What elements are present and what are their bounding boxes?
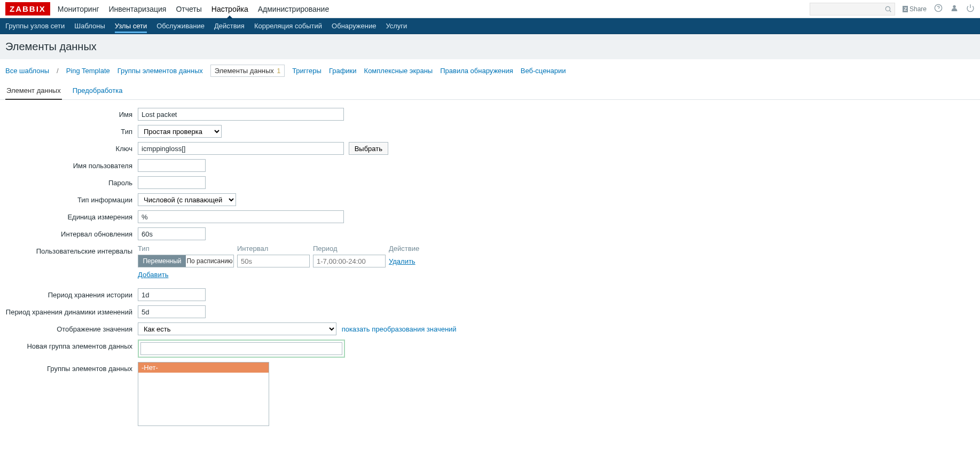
bc-screens[interactable]: Комплексные экраны <box>364 67 433 75</box>
bc-web[interactable]: Веб-сценарии <box>521 67 566 75</box>
top-nav: ZABBIX Мониторинг Инвентаризация Отчеты … <box>0 0 980 18</box>
bc-graphs[interactable]: Графики <box>329 67 357 75</box>
share-button[interactable]: Z Share <box>903 5 927 13</box>
page-title: Элементы данных <box>5 41 975 53</box>
bc-applications[interactable]: Группы элементов данных <box>117 67 203 75</box>
label-type: Тип <box>5 125 138 136</box>
nav-reports[interactable]: Отчеты <box>176 5 201 13</box>
key-input[interactable] <box>138 142 344 155</box>
bc-items-current: Элементы данных 1 <box>210 65 285 77</box>
ci-add-link[interactable]: Добавить <box>138 271 168 279</box>
ci-seg-scheduling[interactable]: По расписанию <box>186 255 233 267</box>
label-update-interval: Интервал обновления <box>5 227 138 238</box>
trends-input[interactable] <box>138 305 206 318</box>
search-icon <box>884 5 892 13</box>
nav-monitoring[interactable]: Мониторинг <box>58 5 99 13</box>
units-input[interactable] <box>138 210 344 223</box>
svg-point-0 <box>886 6 890 11</box>
label-key: Ключ <box>5 142 138 153</box>
subnav-correlation[interactable]: Корреляция событий <box>254 19 322 33</box>
tab-preprocessing[interactable]: Предобработка <box>72 82 124 99</box>
logout-icon[interactable] <box>966 4 975 14</box>
label-apps: Группы элементов данных <box>5 362 138 373</box>
search-box[interactable] <box>810 3 895 15</box>
label-custom-intervals: Пользовательские интервалы <box>5 245 138 255</box>
page-header: Элементы данных <box>0 34 980 59</box>
label-new-app: Новая группа элементов данных <box>5 340 138 350</box>
svg-point-4 <box>953 5 955 8</box>
ci-head-action: Действие <box>389 245 432 253</box>
nav-inventory[interactable]: Инвентаризация <box>109 5 167 13</box>
ci-row: Переменный По расписанию Удалить <box>138 255 975 267</box>
bc-items-label: Элементы данных <box>215 67 274 75</box>
subnav-services[interactable]: Услуги <box>386 19 407 33</box>
subnav-maintenance[interactable]: Обслуживание <box>156 19 205 33</box>
subnav-hosts[interactable]: Узлы сети <box>115 19 147 33</box>
nav-administration[interactable]: Администрирование <box>258 5 330 13</box>
subnav-hostgroups[interactable]: Группы узлов сети <box>5 19 65 33</box>
apps-option-none[interactable]: -Нет- <box>138 362 269 373</box>
tab-item[interactable]: Элемент данных <box>5 82 62 100</box>
label-history: Период хранения истории <box>5 288 138 299</box>
subnav-templates[interactable]: Шаблоны <box>74 19 105 33</box>
ci-head-interval: Интервал <box>237 245 313 253</box>
breadcrumb: Все шаблоны / Ping Template Группы элеме… <box>0 59 980 82</box>
z-icon: Z <box>903 6 908 12</box>
ci-head-period: Период <box>313 245 389 253</box>
bc-template[interactable]: Ping Template <box>66 67 110 75</box>
ci-type-segmented: Переменный По расписанию <box>138 255 234 267</box>
name-input[interactable] <box>138 108 344 121</box>
value-map-select[interactable]: Как есть <box>138 322 336 335</box>
ci-remove-link[interactable]: Удалить <box>389 257 415 265</box>
bc-items-count: 1 <box>277 67 280 75</box>
form-tabs: Элемент данных Предобработка <box>0 82 980 100</box>
history-input[interactable] <box>138 288 206 301</box>
username-input[interactable] <box>138 159 206 172</box>
value-map-link[interactable]: показать преобразования значений <box>342 325 457 333</box>
help-icon[interactable] <box>934 4 943 14</box>
label-info-type: Тип информации <box>5 193 138 204</box>
ci-period-input[interactable] <box>313 255 386 267</box>
bc-triggers[interactable]: Триггеры <box>292 67 322 75</box>
svg-line-1 <box>890 10 891 12</box>
custom-intervals-table: Тип Интервал Период Действие Переменный … <box>138 245 975 279</box>
label-name: Имя <box>5 108 138 119</box>
item-form: Имя Тип Простая проверка Ключ Выбрать Им… <box>0 100 980 438</box>
new-app-input[interactable] <box>140 342 342 355</box>
label-value-map: Отображение значения <box>5 322 138 333</box>
key-select-button[interactable]: Выбрать <box>349 142 388 155</box>
update-interval-input[interactable] <box>138 227 206 240</box>
bc-discovery-rules[interactable]: Правила обнаружения <box>440 67 513 75</box>
subnav-discovery[interactable]: Обнаружение <box>332 19 376 33</box>
logo: ZABBIX <box>5 2 50 15</box>
bc-all-templates[interactable]: Все шаблоны <box>5 67 49 75</box>
ci-seg-flexible[interactable]: Переменный <box>138 255 186 267</box>
label-units: Единица измерения <box>5 210 138 221</box>
ci-header: Тип Интервал Период Действие <box>138 245 975 253</box>
info-type-select[interactable]: Числовой (с плавающей точкой) <box>138 193 236 206</box>
subnav-actions[interactable]: Действия <box>214 19 245 33</box>
label-username: Имя пользователя <box>5 159 138 170</box>
label-trends: Период хранения динамики изменений <box>5 305 138 316</box>
apps-listbox[interactable]: -Нет- <box>138 362 269 426</box>
sub-nav: Группы узлов сети Шаблоны Узлы сети Обсл… <box>0 18 980 34</box>
ci-head-type: Тип <box>138 245 237 253</box>
label-password: Пароль <box>5 176 138 187</box>
share-label: Share <box>910 5 927 13</box>
nav-configuration[interactable]: Настройка <box>211 5 248 13</box>
password-input[interactable] <box>138 176 206 189</box>
top-right: Z Share <box>810 3 975 15</box>
top-menu: Мониторинг Инвентаризация Отчеты Настрой… <box>58 5 329 13</box>
type-select[interactable]: Простая проверка <box>138 125 222 138</box>
bc-sep: / <box>57 67 59 75</box>
user-icon[interactable] <box>950 4 959 14</box>
ci-interval-input[interactable] <box>237 255 310 267</box>
new-app-highlight <box>138 340 345 358</box>
